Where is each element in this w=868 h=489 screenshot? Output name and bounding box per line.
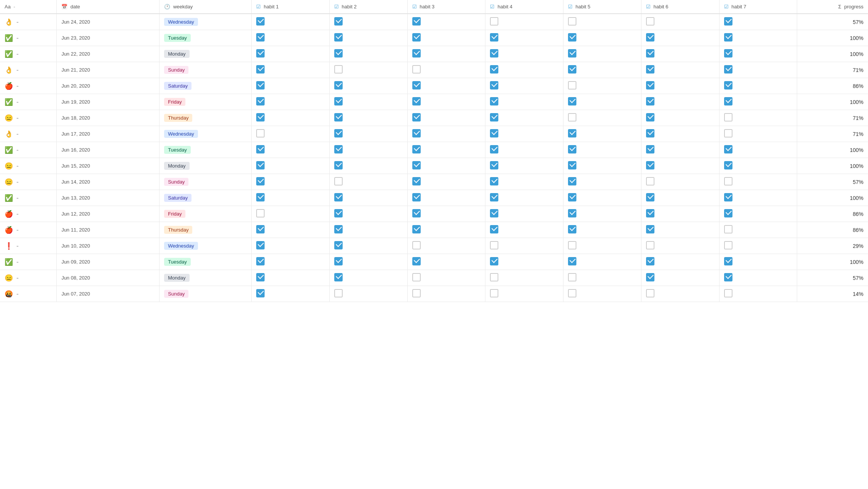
checkbox-unchecked[interactable] bbox=[568, 289, 576, 297]
row-habit1[interactable] bbox=[252, 30, 330, 46]
checkbox-unchecked[interactable] bbox=[724, 225, 732, 233]
checkbox-checked[interactable] bbox=[646, 161, 654, 169]
checkbox-unchecked[interactable] bbox=[490, 241, 498, 249]
checkbox-checked[interactable] bbox=[256, 81, 265, 89]
checkbox-checked[interactable] bbox=[568, 257, 576, 265]
row-habit2[interactable] bbox=[329, 222, 407, 238]
checkbox-checked[interactable] bbox=[412, 161, 421, 169]
checkbox-checked[interactable] bbox=[646, 209, 654, 217]
checkbox-checked[interactable] bbox=[256, 193, 265, 201]
row-habit3[interactable] bbox=[407, 30, 485, 46]
checkbox-checked[interactable] bbox=[256, 257, 265, 265]
checkbox-checked[interactable] bbox=[646, 65, 654, 74]
row-habit3[interactable] bbox=[407, 78, 485, 94]
row-habit1[interactable] bbox=[252, 222, 330, 238]
checkbox-checked[interactable] bbox=[334, 81, 343, 89]
checkbox-checked[interactable] bbox=[646, 193, 654, 201]
checkbox-checked[interactable] bbox=[334, 145, 343, 153]
checkbox-unchecked[interactable] bbox=[412, 273, 421, 281]
checkbox-checked[interactable] bbox=[490, 49, 498, 58]
row-habit6[interactable] bbox=[641, 206, 719, 222]
row-habit3[interactable] bbox=[407, 62, 485, 78]
row-habit2[interactable] bbox=[329, 62, 407, 78]
row-habit5[interactable] bbox=[563, 286, 641, 302]
row-habit4[interactable] bbox=[485, 78, 563, 94]
checkbox-checked[interactable] bbox=[646, 145, 654, 153]
row-habit4[interactable] bbox=[485, 158, 563, 174]
checkbox-unchecked[interactable] bbox=[256, 209, 265, 217]
row-habit6[interactable] bbox=[641, 238, 719, 254]
row-habit4[interactable] bbox=[485, 238, 563, 254]
checkbox-unchecked[interactable] bbox=[724, 289, 732, 297]
checkbox-unchecked[interactable] bbox=[646, 241, 654, 249]
row-habit7[interactable] bbox=[719, 286, 797, 302]
row-habit2[interactable] bbox=[329, 14, 407, 30]
checkbox-unchecked[interactable] bbox=[490, 273, 498, 281]
row-habit5[interactable] bbox=[563, 174, 641, 190]
row-habit1[interactable] bbox=[252, 78, 330, 94]
checkbox-checked[interactable] bbox=[412, 33, 421, 42]
row-habit3[interactable] bbox=[407, 206, 485, 222]
row-habit5[interactable] bbox=[563, 158, 641, 174]
checkbox-unchecked[interactable] bbox=[490, 289, 498, 297]
checkbox-unchecked[interactable] bbox=[334, 289, 343, 297]
row-habit2[interactable] bbox=[329, 78, 407, 94]
checkbox-checked[interactable] bbox=[646, 113, 654, 121]
checkbox-checked[interactable] bbox=[568, 161, 576, 169]
checkbox-checked[interactable] bbox=[334, 193, 343, 201]
row-habit2[interactable] bbox=[329, 238, 407, 254]
row-habit5[interactable] bbox=[563, 14, 641, 30]
checkbox-checked[interactable] bbox=[568, 209, 576, 217]
row-habit7[interactable] bbox=[719, 254, 797, 270]
checkbox-checked[interactable] bbox=[334, 273, 343, 281]
checkbox-checked[interactable] bbox=[256, 33, 265, 42]
checkbox-unchecked[interactable] bbox=[724, 241, 732, 249]
checkbox-unchecked[interactable] bbox=[412, 65, 421, 74]
row-habit5[interactable] bbox=[563, 254, 641, 270]
checkbox-checked[interactable] bbox=[568, 225, 576, 233]
row-habit6[interactable] bbox=[641, 126, 719, 142]
row-habit7[interactable] bbox=[719, 30, 797, 46]
checkbox-checked[interactable] bbox=[256, 113, 265, 121]
row-habit2[interactable] bbox=[329, 110, 407, 126]
row-habit7[interactable] bbox=[719, 62, 797, 78]
row-habit2[interactable] bbox=[329, 270, 407, 286]
checkbox-checked[interactable] bbox=[334, 209, 343, 217]
checkbox-checked[interactable] bbox=[646, 257, 654, 265]
row-habit5[interactable] bbox=[563, 94, 641, 110]
row-habit3[interactable] bbox=[407, 270, 485, 286]
checkbox-unchecked[interactable] bbox=[568, 17, 576, 26]
row-habit1[interactable] bbox=[252, 190, 330, 206]
row-habit1[interactable] bbox=[252, 174, 330, 190]
checkbox-checked[interactable] bbox=[490, 209, 498, 217]
checkbox-checked[interactable] bbox=[568, 129, 576, 137]
row-habit4[interactable] bbox=[485, 286, 563, 302]
row-habit4[interactable] bbox=[485, 142, 563, 158]
checkbox-checked[interactable] bbox=[412, 257, 421, 265]
row-habit4[interactable] bbox=[485, 206, 563, 222]
row-habit7[interactable] bbox=[719, 46, 797, 62]
row-habit3[interactable] bbox=[407, 286, 485, 302]
row-habit2[interactable] bbox=[329, 46, 407, 62]
row-habit7[interactable] bbox=[719, 238, 797, 254]
row-habit3[interactable] bbox=[407, 158, 485, 174]
row-habit3[interactable] bbox=[407, 126, 485, 142]
row-habit7[interactable] bbox=[719, 190, 797, 206]
checkbox-checked[interactable] bbox=[334, 17, 343, 26]
checkbox-checked[interactable] bbox=[256, 49, 265, 58]
row-habit5[interactable] bbox=[563, 190, 641, 206]
row-habit7[interactable] bbox=[719, 14, 797, 30]
row-habit1[interactable] bbox=[252, 238, 330, 254]
row-habit2[interactable] bbox=[329, 126, 407, 142]
row-habit1[interactable] bbox=[252, 94, 330, 110]
row-habit5[interactable] bbox=[563, 62, 641, 78]
row-habit1[interactable] bbox=[252, 110, 330, 126]
checkbox-checked[interactable] bbox=[412, 49, 421, 58]
checkbox-checked[interactable] bbox=[724, 49, 732, 58]
row-habit4[interactable] bbox=[485, 94, 563, 110]
row-habit1[interactable] bbox=[252, 46, 330, 62]
row-habit1[interactable] bbox=[252, 270, 330, 286]
checkbox-unchecked[interactable] bbox=[724, 129, 732, 137]
row-habit6[interactable] bbox=[641, 78, 719, 94]
row-habit2[interactable] bbox=[329, 158, 407, 174]
